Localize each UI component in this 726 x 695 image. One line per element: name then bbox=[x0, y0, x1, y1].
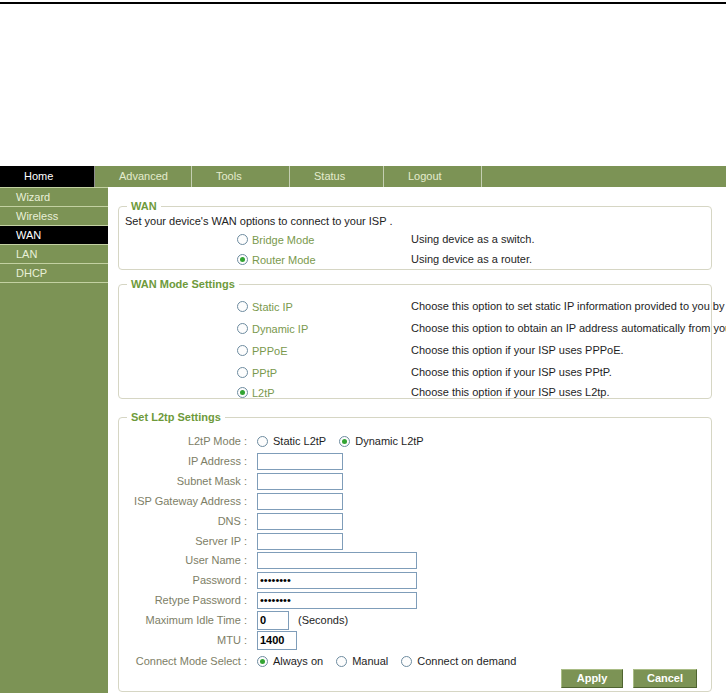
sidebar-item-dhcp[interactable]: DHCP bbox=[0, 264, 108, 283]
manual-radio[interactable] bbox=[336, 656, 347, 667]
pppoe-label: PPPoE bbox=[252, 345, 287, 357]
isp-gateway-label: ISP Gateway Address : bbox=[119, 495, 247, 507]
max-idle-input[interactable] bbox=[257, 611, 289, 630]
dynamic-l2tp-label: Dynamic L2tP bbox=[355, 435, 423, 447]
bridge-mode-row: Bridge Mode Using device as a switch. bbox=[237, 233, 314, 246]
retype-password-label: Retype Password : bbox=[119, 594, 247, 606]
router-mode-description: Using device as a router. bbox=[411, 253, 726, 265]
dns-input[interactable] bbox=[257, 513, 343, 530]
isp-gateway-row: ISP Gateway Address : bbox=[119, 492, 343, 510]
dynamic-ip-row: Dynamic IP Choose this option to obtain … bbox=[237, 322, 308, 335]
mtu-row: MTU : bbox=[119, 630, 297, 650]
navbar-filler bbox=[482, 166, 726, 187]
max-idle-label: Maximum Idle Time : bbox=[119, 614, 247, 626]
connect-mode-row: Connect Mode Select : Always on Manual C… bbox=[119, 652, 524, 670]
l2tp-description: Choose this option if your ISP uses L2tp… bbox=[411, 386, 726, 398]
static-ip-label: Static IP bbox=[252, 301, 293, 313]
ip-address-input[interactable] bbox=[257, 453, 343, 470]
dynamic-ip-description: Choose this option to obtain an IP addre… bbox=[411, 322, 726, 334]
user-name-row: User Name : bbox=[119, 551, 417, 569]
tab-advanced[interactable]: Advanced bbox=[95, 166, 192, 187]
retype-password-row: Retype Password : bbox=[119, 591, 417, 609]
dynamic-l2tp-radio[interactable] bbox=[339, 436, 350, 447]
apply-button[interactable]: Apply bbox=[561, 669, 623, 688]
router-admin-page: Home Advanced Tools Status Logout Wizard… bbox=[0, 0, 726, 695]
password-input[interactable] bbox=[257, 572, 417, 589]
l2tp-mode-label: L2tP Mode : bbox=[119, 435, 247, 447]
subnet-mask-input[interactable] bbox=[257, 473, 343, 490]
manual-label: Manual bbox=[352, 655, 388, 667]
static-l2tp-radio[interactable] bbox=[257, 436, 268, 447]
tab-home[interactable]: Home bbox=[0, 166, 95, 187]
mtu-label: MTU : bbox=[119, 634, 247, 646]
ip-address-label: IP Address : bbox=[119, 455, 247, 467]
tab-tools[interactable]: Tools bbox=[192, 166, 290, 187]
static-l2tp-label: Static L2tP bbox=[273, 435, 326, 447]
mtu-input[interactable] bbox=[257, 631, 297, 650]
cancel-button[interactable]: Cancel bbox=[633, 669, 697, 688]
sidebar-item-lan[interactable]: LAN bbox=[0, 245, 108, 264]
l2tp-label: L2tP bbox=[252, 387, 275, 399]
retype-password-input[interactable] bbox=[257, 592, 417, 609]
sidebar-item-wan[interactable]: WAN bbox=[0, 226, 108, 245]
bridge-mode-radio[interactable] bbox=[237, 234, 248, 245]
wan-mode-legend: WAN Mode Settings bbox=[127, 278, 239, 290]
static-ip-description: Choose this option to set static IP info… bbox=[411, 300, 726, 312]
server-ip-input[interactable] bbox=[257, 533, 343, 550]
l2tp-settings-fieldset: Set L2tp Settings L2tP Mode : Static L2t… bbox=[118, 417, 712, 692]
seconds-note: (Seconds) bbox=[298, 614, 348, 626]
bridge-mode-description: Using device as a switch. bbox=[411, 233, 726, 245]
l2tp-mode-row: L2tP Mode : Static L2tP Dynamic L2tP bbox=[119, 432, 432, 450]
user-name-label: User Name : bbox=[119, 554, 247, 566]
dynamic-ip-radio[interactable] bbox=[237, 323, 248, 334]
user-name-input[interactable] bbox=[257, 552, 417, 569]
wan-fieldset: WAN Set your device's WAN options to con… bbox=[118, 206, 712, 270]
dynamic-ip-label: Dynamic IP bbox=[252, 323, 308, 335]
l2tp-settings-legend: Set L2tp Settings bbox=[127, 411, 225, 423]
pptp-radio[interactable] bbox=[237, 367, 248, 378]
server-ip-row: Server IP : bbox=[119, 532, 343, 550]
static-ip-radio[interactable] bbox=[237, 301, 248, 312]
bridge-mode-label: Bridge Mode bbox=[252, 234, 314, 246]
router-mode-label: Router Mode bbox=[252, 254, 316, 266]
wan-intro-text: Set your device's WAN options to connect… bbox=[125, 215, 392, 227]
static-ip-row: Static IP Choose this option to set stat… bbox=[237, 300, 293, 313]
server-ip-label: Server IP : bbox=[119, 535, 247, 547]
always-on-radio[interactable] bbox=[257, 656, 268, 667]
top-divider-line bbox=[0, 2, 726, 4]
password-label: Password : bbox=[119, 574, 247, 586]
router-mode-radio[interactable] bbox=[237, 254, 248, 265]
max-idle-row: Maximum Idle Time : (Seconds) bbox=[119, 610, 348, 630]
pppoe-row: PPPoE Choose this option if your ISP use… bbox=[237, 344, 287, 357]
sidebar: Wizard Wireless WAN LAN DHCP bbox=[0, 187, 108, 693]
sidebar-item-wizard[interactable]: Wizard bbox=[0, 187, 108, 207]
pppoe-radio[interactable] bbox=[237, 345, 248, 356]
connect-on-demand-radio[interactable] bbox=[401, 656, 412, 667]
pppoe-description: Choose this option if your ISP uses PPPo… bbox=[411, 344, 726, 356]
l2tp-radio[interactable] bbox=[237, 387, 248, 398]
dns-label: DNS : bbox=[119, 515, 247, 527]
pptp-row: PPtP Choose this option if your ISP uses… bbox=[237, 366, 277, 379]
always-on-label: Always on bbox=[273, 655, 323, 667]
connect-on-demand-label: Connect on demand bbox=[417, 655, 516, 667]
router-mode-row: Router Mode Using device as a router. bbox=[237, 253, 316, 266]
subnet-mask-label: Subnet Mask : bbox=[119, 475, 247, 487]
connect-mode-label: Connect Mode Select : bbox=[119, 655, 247, 667]
tab-logout[interactable]: Logout bbox=[384, 166, 482, 187]
isp-gateway-input[interactable] bbox=[257, 493, 343, 510]
password-row: Password : bbox=[119, 571, 417, 589]
l2tp-row: L2tP Choose this option if your ISP uses… bbox=[237, 386, 275, 399]
sidebar-item-wireless[interactable]: Wireless bbox=[0, 207, 108, 226]
dns-row: DNS : bbox=[119, 512, 343, 530]
tab-status[interactable]: Status bbox=[290, 166, 384, 187]
top-navbar: Home Advanced Tools Status Logout bbox=[0, 166, 726, 187]
wan-mode-fieldset: WAN Mode Settings Static IP Choose this … bbox=[118, 284, 712, 399]
ip-address-row: IP Address : bbox=[119, 452, 343, 470]
pptp-description: Choose this option if your ISP uses PPtP… bbox=[411, 366, 726, 378]
subnet-mask-row: Subnet Mask : bbox=[119, 472, 343, 490]
wan-legend: WAN bbox=[127, 200, 161, 212]
pptp-label: PPtP bbox=[252, 367, 277, 379]
